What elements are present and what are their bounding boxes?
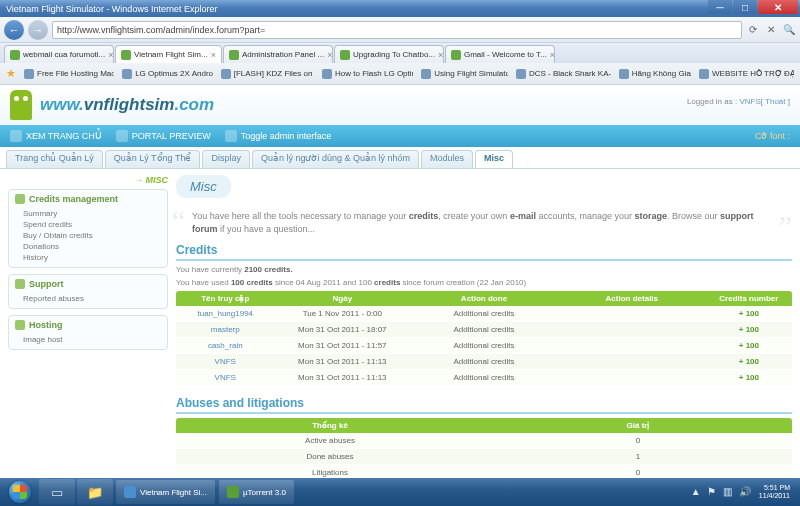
bookmark-item[interactable]: [FLASH] KDZ Files on WIN... xyxy=(221,69,314,79)
tray-volume-icon[interactable]: 🔊 xyxy=(739,486,751,498)
refresh-icon[interactable]: ⟳ xyxy=(746,23,760,37)
bookmark-item[interactable]: Hãng Không Gia Lâm xyxy=(619,69,691,79)
tab-close-icon[interactable]: × xyxy=(438,50,443,60)
col-user: Tên truy cập xyxy=(176,291,275,306)
browser-tab[interactable]: Administration Panel ...× xyxy=(223,45,333,63)
font-label: Cỡ font : xyxy=(755,131,790,141)
col-stat: Thống kê xyxy=(176,418,484,433)
col-val: Giá trị xyxy=(484,418,792,433)
tab-close-icon[interactable]: × xyxy=(211,50,216,60)
main-panel: Misc You have here all the tools necessa… xyxy=(176,175,792,501)
panel-hosting: Hosting Image host xyxy=(8,315,168,350)
bookmark-label: LG Optimus 2X Android 2.... xyxy=(135,69,213,78)
url-text: http://www.vnflightsim.com/admin/index.f… xyxy=(57,25,265,35)
sidebar-item-buy[interactable]: Buy / Obtain credits xyxy=(23,230,159,241)
windows-orb-icon xyxy=(9,481,31,503)
minimize-button[interactable]: ─ xyxy=(708,0,732,14)
toggle-admin-button[interactable]: Toggle admin interface xyxy=(225,130,332,142)
col-action: Action done xyxy=(410,291,558,306)
pinned-folder-icon[interactable]: 📁 xyxy=(77,479,113,505)
admin-tabs: Trang chủ Quản Lý Quản Lý Tổng Thể Displ… xyxy=(0,147,800,169)
url-input[interactable]: http://www.vnflightsim.com/admin/index.f… xyxy=(52,21,742,39)
mascot-icon xyxy=(10,90,32,120)
bookmark-item[interactable]: WEBSITE HỖ TRỢ ĐẠI LÝ ... xyxy=(699,69,794,79)
breadcrumb: → MISC xyxy=(8,175,168,185)
user-link[interactable]: tuan_hung1994 xyxy=(197,309,253,318)
sidebar-item-spend[interactable]: Spend credits xyxy=(23,219,159,230)
bookmark-icon xyxy=(24,69,34,79)
bookmark-icon xyxy=(619,69,629,79)
toggle-icon xyxy=(225,130,237,142)
pinned-explorer-icon[interactable]: ▭ xyxy=(39,479,75,505)
favorites-star-icon[interactable]: ★ xyxy=(6,67,16,80)
close-button[interactable]: ✕ xyxy=(758,0,798,14)
font-size-control[interactable]: Cỡ font : xyxy=(755,131,790,141)
sidebar-item-history[interactable]: History xyxy=(23,252,159,263)
tab-misc[interactable]: Misc xyxy=(475,150,513,168)
tab-close-icon[interactable]: × xyxy=(550,50,555,60)
sidebar-item-donations[interactable]: Donations xyxy=(23,241,159,252)
username-link[interactable]: VNFS xyxy=(739,97,760,106)
bookmark-item[interactable]: DCS - Black Shark KA-50 - ... xyxy=(516,69,611,79)
taskbar-clock[interactable]: 5:51 PM 11/4/2011 xyxy=(755,484,794,501)
cell-credits: + 100 xyxy=(706,370,792,386)
browser-tab[interactable]: webmail cua forumoti...× xyxy=(4,45,114,63)
tab-users-groups[interactable]: Quản lý người dùng & Quản lý nhóm xyxy=(252,150,419,168)
system-tray: ▲ ⚑ ▥ 🔊 5:51 PM 11/4/2011 xyxy=(691,484,798,501)
user-link[interactable]: VNFS xyxy=(215,357,236,366)
bookmark-icon xyxy=(421,69,431,79)
back-button[interactable]: ← xyxy=(4,20,24,40)
logout-link[interactable]: Thoát xyxy=(765,97,785,106)
forward-button[interactable]: → xyxy=(28,20,48,40)
tab-close-icon[interactable]: × xyxy=(327,50,332,60)
user-link[interactable]: cash_rain xyxy=(208,341,243,350)
tray-chevron-icon[interactable]: ▲ xyxy=(691,486,703,498)
view-home-button[interactable]: XEM TRANG CHỦ xyxy=(10,130,102,142)
cell-credits: + 100 xyxy=(706,322,792,338)
maximize-button[interactable]: □ xyxy=(733,0,757,14)
site-title[interactable]: www.vnflightsim.com xyxy=(40,95,214,115)
toolbar-label: PORTAL PREVIEW xyxy=(132,131,211,141)
bookmark-label: Hãng Không Gia Lâm xyxy=(632,69,691,78)
taskbar: ▭ 📁 Vietnam Flight Si... µTorrent 3.0 ▲ … xyxy=(0,478,800,506)
bookmark-label: How to Flash LG Optimus ... xyxy=(335,69,413,78)
taskbar-task[interactable]: Vietnam Flight Si... xyxy=(116,480,215,504)
sidebar-item-abuses[interactable]: Reported abuses xyxy=(23,293,159,304)
cell-credits: + 100 xyxy=(706,338,792,354)
bookmark-item[interactable]: How to Flash LG Optimus ... xyxy=(322,69,413,79)
sidebar-item-summary[interactable]: Summary xyxy=(23,208,159,219)
start-button[interactable] xyxy=(2,478,38,506)
tab-modules[interactable]: Modules xyxy=(421,150,473,168)
login-prefix: Logged in as : xyxy=(687,97,737,106)
browser-tab[interactable]: Gmail - Welcome to T...× xyxy=(445,45,555,63)
bookmark-item[interactable]: Free File Hosting Made Si... xyxy=(24,69,114,79)
sidebar-item-imagehost[interactable]: Image host xyxy=(23,334,159,345)
stop-icon[interactable]: ✕ xyxy=(764,23,778,37)
browser-tab[interactable]: Vietnam Flight Sim...× xyxy=(115,45,222,63)
tray-flag-icon[interactable]: ⚑ xyxy=(707,486,719,498)
user-link[interactable]: masterp xyxy=(211,325,240,334)
task-label: Vietnam Flight Si... xyxy=(140,488,207,497)
bookmark-icon xyxy=(516,69,526,79)
bookmark-item[interactable]: LG Optimus 2X Android 2.... xyxy=(122,69,213,79)
taskbar-task[interactable]: µTorrent 3.0 xyxy=(219,480,294,504)
favicon-icon xyxy=(10,50,20,60)
cell-details xyxy=(558,370,706,386)
col-credits: Credits number xyxy=(706,291,792,306)
panel-support: Support Reported abuses xyxy=(8,274,168,309)
tab-close-icon[interactable]: × xyxy=(108,50,113,60)
bookmark-item[interactable]: Using Flight Simulator X ... xyxy=(421,69,508,79)
tab-general[interactable]: Quản Lý Tổng Thể xyxy=(105,150,201,168)
tab-home[interactable]: Trang chủ Quản Lý xyxy=(6,150,103,168)
search-icon[interactable]: 🔍 xyxy=(782,23,796,37)
portal-preview-button[interactable]: PORTAL PREVIEW xyxy=(116,130,211,142)
cell-action: Additional credits xyxy=(410,322,558,338)
title-part: .com xyxy=(174,95,214,114)
clock-time: 5:51 PM xyxy=(759,484,790,492)
browser-tab[interactable]: Upgrading To Chatbo...× xyxy=(334,45,444,63)
tab-display[interactable]: Display xyxy=(202,150,250,168)
cell-stat: Active abuses xyxy=(176,433,484,449)
cell-action: Additional credits xyxy=(410,306,558,322)
user-link[interactable]: VNFS xyxy=(215,373,236,382)
tray-network-icon[interactable]: ▥ xyxy=(723,486,735,498)
